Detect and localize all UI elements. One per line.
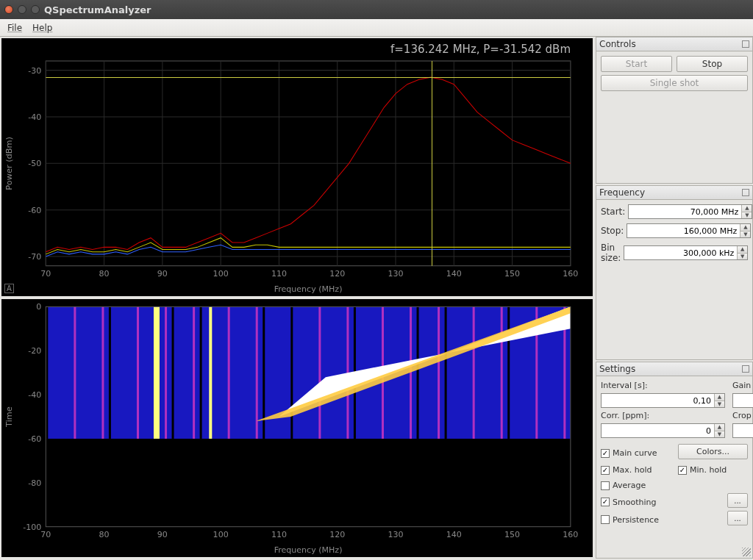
frequency-title: Frequency (596, 186, 752, 200)
interval-input[interactable]: ▲▼ (601, 393, 725, 408)
sidebar: Controls Start Stop Single shot Frequenc… (596, 37, 753, 560)
svg-rect-50 (318, 306, 321, 439)
menu-file[interactable]: File (3, 21, 26, 35)
spin-up-icon[interactable]: ▲ (740, 224, 750, 231)
minimize-icon[interactable] (18, 5, 26, 14)
freq-stop-label: Stop: (601, 226, 624, 236)
autoscale-icon[interactable]: A (4, 284, 14, 293)
svg-text:110: 110 (271, 269, 287, 279)
svg-rect-39 (101, 306, 104, 439)
svg-rect-41 (137, 306, 139, 439)
undock-icon[interactable] (742, 189, 749, 196)
spin-down-icon[interactable]: ▼ (742, 212, 752, 219)
svg-text:-30: -30 (28, 66, 41, 76)
svg-text:-40: -40 (28, 390, 41, 400)
svg-rect-49 (290, 306, 293, 439)
undock-icon[interactable] (742, 365, 749, 373)
svg-rect-58 (473, 306, 475, 439)
maincurve-checkbox[interactable] (601, 449, 610, 458)
settings-title: Settings (596, 362, 752, 376)
svg-text:130: 130 (388, 269, 403, 279)
smoothing-settings-button[interactable]: ... (727, 493, 748, 508)
svg-text:100: 100 (213, 530, 229, 539)
svg-text:-50: -50 (28, 159, 41, 168)
persistence-checkbox[interactable] (601, 515, 610, 524)
spin-up-icon[interactable]: ▲ (742, 205, 752, 212)
svg-text:Power (dBm): Power (dBm) (4, 137, 14, 190)
crop-label: Crop [%]: (732, 411, 753, 420)
svg-text:-60: -60 (28, 206, 41, 215)
freq-stop-input[interactable]: ▲▼ (627, 223, 751, 238)
svg-text:120: 120 (329, 269, 345, 279)
svg-text:130: 130 (388, 530, 403, 539)
average-checkbox[interactable] (601, 481, 610, 490)
svg-text:Frequency (MHz): Frequency (MHz) (274, 545, 343, 555)
svg-rect-43 (172, 306, 174, 439)
svg-text:70: 70 (40, 269, 51, 279)
close-icon[interactable] (4, 5, 13, 14)
svg-text:-80: -80 (28, 478, 41, 488)
svg-text:90: 90 (157, 530, 168, 539)
persistence-settings-button[interactable]: ... (727, 511, 748, 525)
svg-rect-55 (417, 306, 419, 439)
svg-rect-45 (200, 306, 202, 439)
svg-rect-54 (410, 306, 412, 439)
svg-text:90: 90 (157, 269, 168, 279)
maxhold-checkbox[interactable] (601, 466, 610, 475)
freq-bin-label: Bin size: (601, 243, 621, 263)
svg-text:120: 120 (329, 530, 345, 539)
corr-input[interactable]: ▲▼ (601, 423, 725, 438)
svg-text:-60: -60 (28, 434, 41, 444)
svg-text:-100: -100 (23, 523, 41, 532)
spin-down-icon[interactable]: ▼ (738, 254, 747, 260)
smoothing-checkbox[interactable] (601, 498, 610, 506)
controls-title: Controls (596, 37, 752, 51)
svg-text:-40: -40 (28, 112, 41, 122)
colors-button[interactable]: Colors... (678, 444, 748, 459)
svg-text:-70: -70 (28, 252, 41, 262)
window-title: QSpectrumAnalyzer (44, 4, 151, 15)
undock-icon[interactable] (742, 40, 749, 48)
spin-up-icon[interactable]: ▲ (738, 246, 747, 254)
resize-grip-icon[interactable] (742, 548, 751, 556)
minhold-checkbox[interactable] (678, 466, 687, 475)
svg-rect-44 (193, 306, 195, 439)
freq-start-label: Start: (601, 207, 625, 217)
maximize-icon[interactable] (31, 5, 40, 14)
svg-text:150: 150 (504, 269, 520, 279)
svg-text:80: 80 (99, 269, 110, 279)
svg-rect-42 (165, 306, 167, 439)
start-button[interactable]: Start (601, 56, 672, 72)
svg-text:150: 150 (504, 530, 520, 539)
spectrum-plot[interactable]: f=136.242 MHz, P=-31.542 dBm 70809010011… (1, 38, 593, 296)
crop-input[interactable]: ▲▼ (732, 423, 753, 438)
svg-rect-65 (157, 306, 160, 439)
svg-text:100: 100 (213, 269, 229, 279)
svg-rect-56 (438, 306, 440, 439)
svg-text:-20: -20 (28, 346, 41, 356)
menubar: File Help (0, 19, 753, 37)
svg-text:0: 0 (36, 302, 41, 312)
freq-bin-input[interactable]: ▲▼ (624, 245, 748, 260)
svg-text:Frequency (MHz): Frequency (MHz) (274, 284, 343, 294)
freq-start-input[interactable]: ▲▼ (628, 204, 752, 219)
svg-text:70: 70 (40, 530, 51, 539)
gain-input[interactable]: ▲▼ (732, 393, 753, 408)
gain-label: Gain [dB]: (732, 381, 753, 390)
svg-text:140: 140 (446, 269, 462, 279)
svg-text:140: 140 (446, 530, 462, 539)
corr-label: Corr. [ppm]: (601, 411, 725, 420)
spin-down-icon[interactable]: ▼ (740, 231, 750, 238)
single-shot-button[interactable]: Single shot (601, 75, 748, 91)
menu-help[interactable]: Help (28, 21, 57, 35)
svg-text:110: 110 (271, 530, 287, 539)
svg-rect-46 (228, 306, 230, 439)
svg-text:Time: Time (4, 406, 14, 428)
svg-rect-59 (501, 306, 503, 439)
stop-button[interactable]: Stop (677, 56, 748, 72)
svg-rect-57 (445, 306, 447, 439)
svg-rect-36 (46, 306, 571, 439)
titlebar: QSpectrumAnalyzer (0, 0, 753, 19)
svg-text:160: 160 (563, 530, 578, 539)
waterfall-plot[interactable]: 7080901001101201301401501600-20-40-60-80… (1, 299, 593, 557)
